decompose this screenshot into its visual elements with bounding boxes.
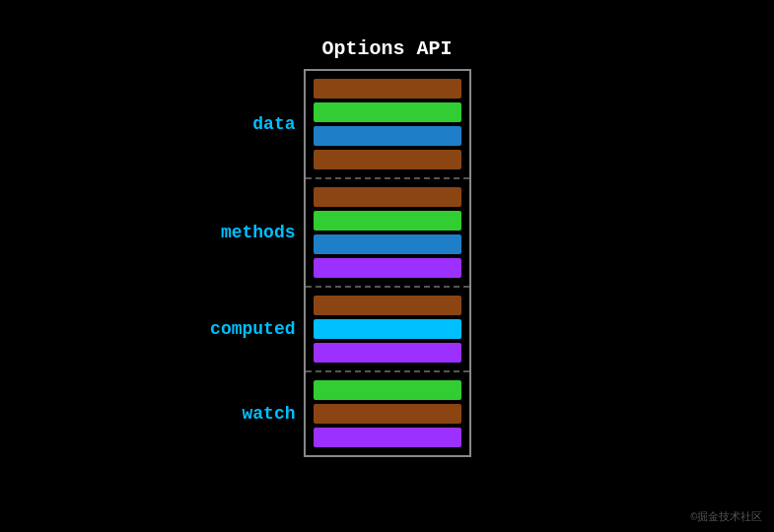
section-methods: methods [306,179,469,288]
bar-computed-2 [314,343,461,363]
bar-methods-2 [314,234,461,254]
section-label-computed: computed [197,319,296,339]
bar-methods-1 [314,211,461,231]
section-label-watch: watch [197,404,296,424]
section-label-methods: methods [197,223,296,242]
options-api-diagram: datamethodscomputedwatch [304,69,471,457]
section-label-data: data [197,114,296,134]
watermark: ©掘金技术社区 [690,509,762,524]
bar-watch-0 [314,380,461,400]
bar-computed-1 [314,319,461,339]
bar-data-1 [314,102,461,122]
main-container: Options API datamethodscomputedwatch [0,0,774,532]
bar-methods-0 [314,187,461,207]
bar-watch-1 [314,404,461,424]
bar-computed-0 [314,296,461,315]
section-data: data [306,71,469,179]
bar-data-2 [314,126,461,146]
section-computed: computed [306,288,469,372]
section-watch: watch [306,372,469,457]
bar-data-0 [314,79,461,99]
bar-data-3 [314,150,461,169]
bar-methods-3 [314,258,461,278]
diagram-title: Options API [321,37,452,60]
bar-watch-2 [314,428,461,447]
